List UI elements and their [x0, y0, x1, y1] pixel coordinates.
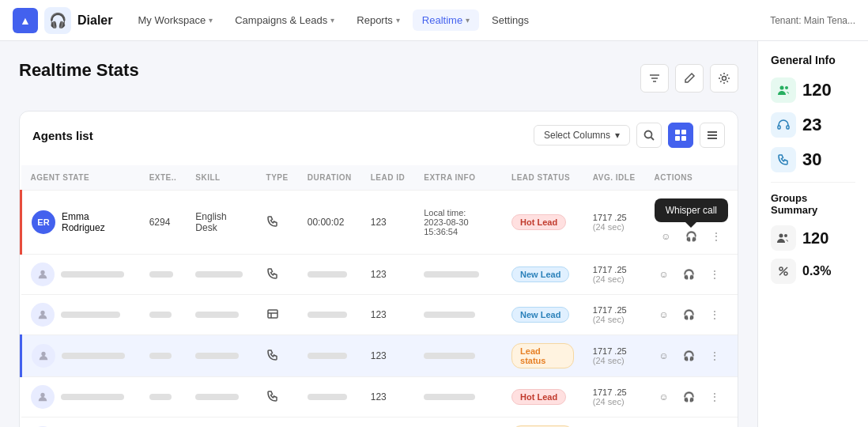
duration-cell	[298, 335, 361, 377]
nav-item-realtime[interactable]: Realtime ▾	[413, 9, 479, 31]
headphones-icon[interactable]: 🎧	[680, 346, 699, 365]
col-skill: SKILL	[186, 165, 256, 191]
table-body: ER Emma Rodriguez 6294 English Desk	[21, 191, 738, 428]
agent-state-cell	[21, 255, 140, 295]
extra-info-cell	[414, 335, 502, 377]
nav-item-settings[interactable]: Settings	[482, 9, 538, 31]
svg-point-3	[723, 77, 726, 81]
placeholder-bar	[61, 312, 120, 318]
actions-cell: ☺ 🎧 ⋮	[645, 295, 738, 335]
chevron-down-icon: ▾	[615, 130, 620, 141]
list-view-button[interactable]	[700, 123, 725, 148]
actions-cell: Whisper call ☺ 🎧 ⋮	[645, 191, 738, 255]
select-columns-button[interactable]: Select Columns ▾	[534, 125, 630, 145]
settings-icon[interactable]	[710, 64, 738, 93]
smile-icon[interactable]: ☺	[655, 387, 674, 406]
nav-item-campaigns[interactable]: Campaigns & Leads ▾	[225, 9, 344, 31]
lead-id-cell: 123	[361, 255, 415, 295]
lead-id-cell: 123	[361, 418, 415, 428]
avg-idle-cell: 1717 .25(24 sec)	[583, 377, 645, 418]
headphones-icon[interactable]: 🎧	[680, 387, 699, 406]
extra-info-cell: Local time:2023-08-30 15:36:54	[414, 191, 502, 255]
chevron-down-icon: ▾	[466, 16, 470, 25]
svg-point-35	[784, 234, 787, 237]
col-avg-idle: AVG. IDLE	[583, 165, 645, 191]
group-stat-agents: 120	[771, 225, 855, 251]
duration-cell	[298, 418, 361, 428]
table-row: 123 Lead status 1717 .25(24 sec) ☺ 🎧 ⋮	[21, 335, 738, 377]
users-icon	[771, 77, 796, 103]
skill-cell	[186, 335, 256, 377]
smile-icon[interactable]: ☺	[655, 346, 674, 365]
agent-cell	[31, 263, 130, 286]
avatar	[31, 263, 55, 286]
table-row: 123 New Lead 1717 .25(24 sec) ☺ 🎧 ⋮	[21, 295, 738, 335]
table-row: 123 New Lead 1717 .25(24 sec) ☺ 🎧 ⋮	[21, 255, 738, 295]
actions-cell: ☺ 🎧 ⋮	[645, 335, 738, 377]
more-icon[interactable]: ⋮	[707, 227, 726, 246]
lead-id-cell: 123	[361, 191, 415, 255]
col-agent-state: AGENT STATE	[21, 165, 140, 191]
grid-view-button[interactable]	[668, 123, 693, 148]
phone-icon	[266, 217, 279, 230]
left-content: Realtime Stats	[0, 41, 757, 427]
brand-logo: ▲	[13, 8, 38, 33]
avg-idle-cell: 1717 .25(24 sec)	[583, 295, 645, 335]
extension-cell	[140, 255, 187, 295]
headphones-icon[interactable]: 🎧	[681, 227, 700, 246]
more-icon[interactable]: ⋮	[705, 387, 724, 406]
svg-point-19	[40, 393, 44, 397]
svg-rect-9	[681, 136, 686, 141]
avg-idle-cell: 1717 .25(24 sec)	[583, 191, 645, 255]
chevron-down-icon: ▾	[330, 16, 334, 25]
avatar	[31, 303, 55, 327]
tenant-info: Tenant: Main Tena...	[770, 15, 855, 26]
table-row: ER Emma Rodriguez 6294 English Desk	[21, 191, 738, 255]
nav-item-workspace[interactable]: My Workspace ▾	[128, 9, 222, 31]
general-info-title: General Info	[771, 54, 855, 66]
skill-cell	[186, 377, 256, 418]
lead-status-cell: New Lead	[502, 255, 583, 295]
extra-info-cell	[414, 295, 502, 335]
card-header: Agents list Select Columns ▾	[20, 111, 738, 165]
filter-icon[interactable]	[640, 64, 669, 93]
stat-row-users: 120	[771, 77, 855, 103]
more-icon[interactable]: ⋮	[705, 346, 724, 365]
headphones-icon[interactable]: 🎧	[680, 265, 699, 284]
skill-cell	[186, 418, 256, 428]
edit-icon[interactable]	[675, 64, 704, 93]
svg-rect-6	[675, 130, 680, 134]
smile-icon[interactable]: ☺	[656, 227, 675, 246]
header-right: Select Columns ▾	[534, 123, 725, 148]
table-row: 123 Hot Lead 1717 .25(24 sec) ☺ 🎧 ⋮	[21, 377, 738, 418]
type-cell	[257, 295, 298, 335]
group-percent-icon	[771, 259, 796, 284]
svg-point-4	[645, 131, 652, 138]
stat-row-headset: 23	[771, 112, 855, 138]
smile-icon[interactable]: ☺	[655, 305, 674, 324]
logo-area[interactable]: ▲ 🎧 Dialer	[13, 7, 112, 34]
calls-count: 30	[802, 149, 821, 170]
table-row: 123 Lead status 1717 .25(24 sec) ☺ 🎧 ⋮	[21, 418, 738, 428]
action-icons: ☺ 🎧 ⋮	[656, 227, 726, 246]
svg-point-34	[779, 234, 783, 238]
more-icon[interactable]: ⋮	[705, 265, 724, 284]
more-icon[interactable]: ⋮	[705, 305, 724, 324]
skill-cell	[186, 255, 256, 295]
actions-cell: ☺ 🎧 ⋮	[645, 377, 738, 418]
svg-rect-33	[787, 126, 789, 129]
agent-state-cell	[21, 377, 140, 418]
search-button[interactable]	[636, 123, 662, 148]
agent-cell	[31, 385, 130, 409]
page-title: Realtime Stats	[19, 60, 139, 81]
nav-item-reports[interactable]: Reports ▾	[347, 9, 409, 31]
duration-cell	[298, 377, 361, 418]
smile-icon[interactable]: ☺	[655, 265, 674, 284]
agent-cell	[31, 303, 130, 327]
lead-id-cell: 123	[361, 335, 415, 377]
stat-row-calls: 30	[771, 147, 855, 172]
headphones-icon[interactable]: 🎧	[680, 305, 699, 324]
placeholder-bar	[61, 271, 124, 278]
groups-summary-title: Groups Summary	[771, 192, 855, 216]
lead-status-cell: Hot Lead	[502, 191, 583, 255]
